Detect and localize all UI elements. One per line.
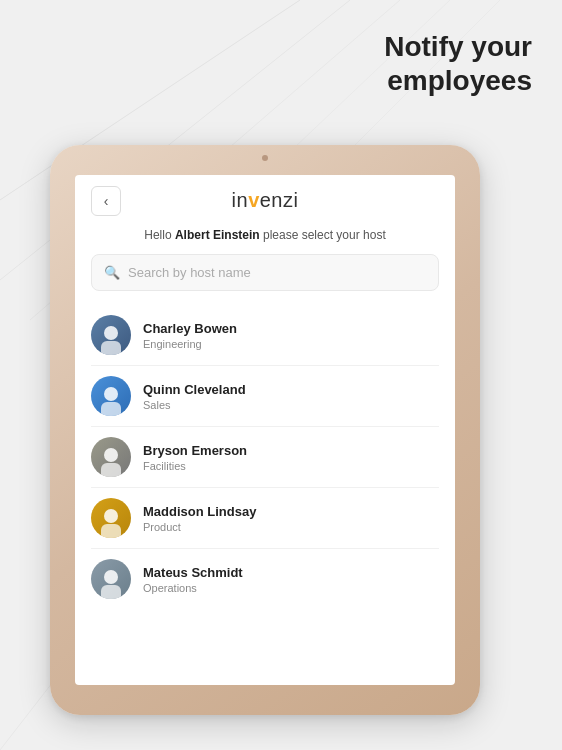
- page-headline: Notify your employees: [384, 30, 532, 97]
- tablet-camera: [262, 155, 268, 161]
- person-info: Mateus Schmidt Operations: [143, 565, 439, 594]
- avatar-head: [104, 387, 118, 401]
- people-list: Charley Bowen Engineering Quinn Clevelan…: [75, 305, 455, 685]
- avatar-person: [101, 326, 121, 355]
- person-dept: Product: [143, 521, 439, 533]
- avatar-body: [101, 402, 121, 416]
- search-container: 🔍 Search by host name: [75, 254, 455, 305]
- avatar-figure: [91, 437, 131, 477]
- avatar-head: [104, 509, 118, 523]
- person-dept: Sales: [143, 399, 439, 411]
- person-name: Bryson Emerson: [143, 443, 439, 458]
- avatar-person: [101, 387, 121, 416]
- avatar-head: [104, 448, 118, 462]
- avatar: [91, 376, 131, 416]
- search-box[interactable]: 🔍 Search by host name: [91, 254, 439, 291]
- avatar-person: [101, 570, 121, 599]
- list-item[interactable]: Maddison Lindsay Product: [91, 488, 439, 549]
- avatar-figure: [91, 315, 131, 355]
- logo-accent: v: [248, 189, 260, 211]
- avatar: [91, 437, 131, 477]
- greeting-suffix: please select your host: [260, 228, 386, 242]
- headline-line1: Notify your: [384, 30, 532, 64]
- list-item[interactable]: Bryson Emerson Facilities: [91, 427, 439, 488]
- person-info: Bryson Emerson Facilities: [143, 443, 439, 472]
- avatar-person: [101, 509, 121, 538]
- person-name: Charley Bowen: [143, 321, 439, 336]
- list-item[interactable]: Mateus Schmidt Operations: [91, 549, 439, 609]
- person-name: Quinn Cleveland: [143, 382, 439, 397]
- headline-line2: employees: [384, 64, 532, 98]
- person-name: Mateus Schmidt: [143, 565, 439, 580]
- greeting-text: Hello Albert Einstein please select your…: [75, 222, 455, 254]
- tablet-device: ‹ invenzi Hello Albert Einstein please s…: [50, 145, 480, 715]
- person-dept: Facilities: [143, 460, 439, 472]
- search-placeholder: Search by host name: [128, 265, 251, 280]
- avatar-body: [101, 585, 121, 599]
- greeting-prefix: Hello: [144, 228, 175, 242]
- avatar-body: [101, 524, 121, 538]
- avatar-body: [101, 341, 121, 355]
- avatar-head: [104, 570, 118, 584]
- search-icon: 🔍: [104, 265, 120, 280]
- person-dept: Operations: [143, 582, 439, 594]
- avatar: [91, 498, 131, 538]
- person-name: Maddison Lindsay: [143, 504, 439, 519]
- back-chevron-icon: ‹: [104, 193, 109, 209]
- avatar-figure: [91, 559, 131, 599]
- avatar: [91, 315, 131, 355]
- person-info: Charley Bowen Engineering: [143, 321, 439, 350]
- tablet-screen: ‹ invenzi Hello Albert Einstein please s…: [75, 175, 455, 685]
- list-item[interactable]: Charley Bowen Engineering: [91, 305, 439, 366]
- app-logo: invenzi: [232, 189, 299, 212]
- app-header: ‹ invenzi: [75, 175, 455, 222]
- avatar-person: [101, 448, 121, 477]
- avatar: [91, 559, 131, 599]
- back-button[interactable]: ‹: [91, 186, 121, 216]
- list-item[interactable]: Quinn Cleveland Sales: [91, 366, 439, 427]
- greeting-name: Albert Einstein: [175, 228, 260, 242]
- logo-suffix: enzi: [260, 189, 299, 211]
- avatar-figure: [91, 376, 131, 416]
- person-info: Quinn Cleveland Sales: [143, 382, 439, 411]
- avatar-figure: [91, 498, 131, 538]
- person-info: Maddison Lindsay Product: [143, 504, 439, 533]
- avatar-body: [101, 463, 121, 477]
- person-dept: Engineering: [143, 338, 439, 350]
- avatar-head: [104, 326, 118, 340]
- logo-prefix: in: [232, 189, 249, 211]
